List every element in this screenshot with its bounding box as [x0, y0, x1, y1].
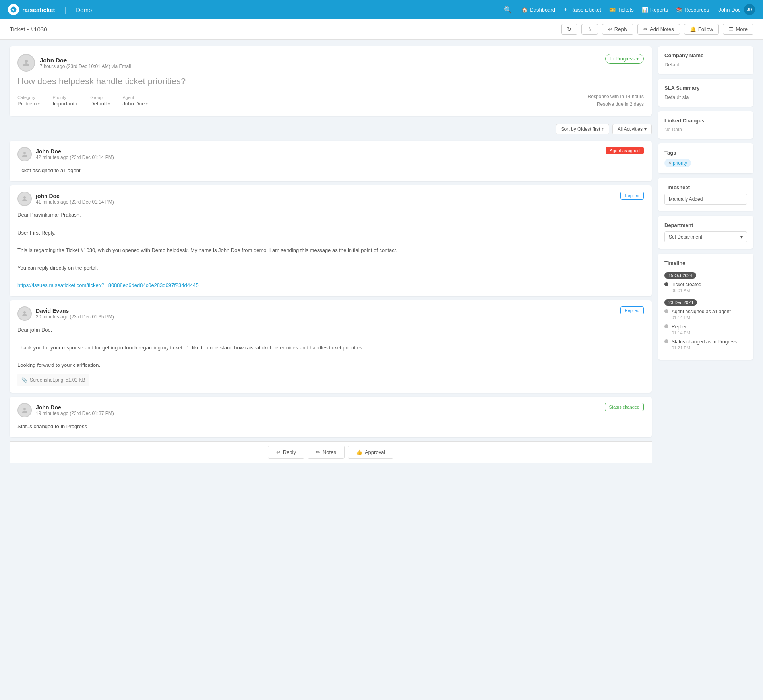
ticket-user-details: John Doe 7 hours ago (23rd Dec 10:01 AM)… [40, 57, 131, 69]
sla-value: Default sla [664, 94, 747, 100]
svg-point-3 [23, 152, 26, 154]
timesheet-card: Timesheet Manually Added [658, 178, 753, 211]
timeline-dot [664, 339, 668, 343]
tag-label: priority [673, 160, 687, 166]
reply-button[interactable]: ↩ Reply [602, 24, 633, 35]
activity-header: David Evans 20 minutes ago (23rd Dec 01:… [17, 306, 644, 321]
meta-category: Category Problem ▾ [17, 95, 40, 107]
priority-selector[interactable]: Important ▾ [52, 101, 77, 107]
attachment-size: 51.02 KB [66, 376, 85, 384]
ticket-area: John Doe 7 hours ago (23rd Dec 10:01 AM)… [10, 46, 652, 694]
search-icon[interactable]: 🔍 [504, 6, 512, 14]
timesheet-button[interactable]: Manually Added [664, 194, 747, 205]
category-selector[interactable]: Problem ▾ [17, 101, 40, 107]
activity-avatar [17, 192, 32, 206]
group-selector[interactable]: Default ▾ [90, 101, 110, 107]
menu-icon: ☰ [729, 26, 734, 32]
timeline-date-group: 15 Oct 2024 Ticket created 09:01 AM [664, 269, 747, 293]
activity-card: John Doe 19 minutes ago (23rd Dec 01:37 … [10, 397, 652, 437]
approval-action-button[interactable]: 👍 Approval [348, 446, 393, 459]
chevron-down-icon: ▾ [644, 126, 647, 132]
activity-card: John Doe 42 minutes ago (23rd Dec 01:14 … [10, 141, 652, 181]
sla-summary-card: SLA Summary Default sla [658, 79, 753, 107]
nav-dashboard[interactable]: 🏠Dashboard [521, 7, 555, 13]
activity-user-details: John Doe 42 minutes ago (23rd Dec 01:14 … [36, 148, 114, 160]
meta-sla: Response with in 14 hours Resolve due in… [588, 93, 644, 108]
agent-selector[interactable]: John Doe ▾ [123, 101, 148, 107]
user-menu[interactable]: John Doe JD [718, 4, 755, 15]
timeline-event: Replied 01:14 PM [672, 323, 690, 335]
add-notes-button[interactable]: ✏ Add Notes [637, 24, 680, 35]
more-button[interactable]: ☰ More [723, 24, 753, 35]
tag-remove-icon[interactable]: × [668, 160, 671, 166]
svg-text:R: R [12, 8, 14, 12]
attachment-icon: 📎 [21, 376, 27, 384]
activity-bar: Sort by Oldest first ↑ All Activities ▾ [10, 121, 652, 138]
activity-user-details: David Evans 20 minutes ago (23rd Dec 01:… [36, 308, 114, 320]
main-layout: John Doe 7 hours ago (23rd Dec 10:01 AM)… [0, 40, 763, 700]
logo-icon: R [8, 4, 19, 15]
replied-badge: Replied [620, 306, 644, 314]
reply-icon: ↩ [608, 26, 612, 32]
department-label: Department [664, 222, 747, 228]
reply-icon: ↩ [276, 449, 281, 455]
nav-reports[interactable]: 📊Reports [642, 7, 668, 13]
timeline-item: Status changed as In Progress 01:21 PM [664, 338, 747, 350]
activity-card: john Doe 41 minutes ago (23rd Dec 01:14 … [10, 185, 652, 296]
timeline-date-1: 15 Oct 2024 [664, 272, 696, 279]
follow-button[interactable]: 🔔 Follow [684, 24, 719, 35]
edit-icon: ✏ [316, 449, 320, 455]
bell-icon: 🔔 [690, 26, 696, 32]
activity-user-details: John Doe 19 minutes ago (23rd Dec 01:37 … [36, 404, 114, 416]
user-avatar: JD [744, 4, 755, 15]
brand-logo[interactable]: R raiseaticket [8, 4, 55, 15]
activity-body: Dear john Doe, Thank you for your respon… [17, 326, 644, 386]
status-changed-badge: Status changed [605, 403, 644, 411]
ticket-status-badge[interactable]: In Progress ▾ [605, 54, 644, 64]
ticket-meta-row: Category Problem ▾ Priority Important ▾ [17, 93, 644, 108]
nav-resources[interactable]: 📚Resources [676, 7, 709, 13]
timeline-item: Replied 01:14 PM [664, 323, 747, 335]
timeline-event: Agent assigned as a1 agent 01:14 PM [672, 308, 731, 320]
timeline-label: Timeline [664, 260, 747, 266]
notes-action-button[interactable]: ✏ Notes [308, 446, 345, 459]
star-icon: ☆ [587, 26, 592, 32]
activity-avatar [17, 306, 32, 321]
sort-button[interactable]: Sort by Oldest first ↑ [556, 124, 609, 134]
brand-name: raiseaticket [22, 6, 55, 13]
sidebar: Company Name Default SLA Summary Default… [658, 46, 753, 694]
page-content: Ticket - #1030 ↻ ☆ ↩ Reply ✏ Add Notes 🔔… [0, 19, 763, 700]
ticket-link[interactable]: https://issues.raiseaticket.com/ticket/?… [17, 282, 199, 288]
bottom-action-bar: ↩ Reply ✏ Notes 👍 Approval [10, 441, 652, 463]
nav-tickets[interactable]: 🎫Tickets [609, 7, 634, 13]
star-button[interactable]: ☆ [581, 24, 598, 35]
attachment-row: 📎 Screenshot.png 51.02 KB [17, 374, 89, 386]
refresh-icon: ↻ [567, 26, 571, 32]
activity-body: Dear Pravinkumar Prakash, User First Rep… [17, 211, 644, 290]
activity-user: David Evans 20 minutes ago (23rd Dec 01:… [17, 306, 114, 321]
meta-group: Group Default ▾ [90, 95, 110, 107]
activity-filter-button[interactable]: All Activities ▾ [612, 124, 652, 134]
activity-avatar [17, 403, 32, 417]
activity-header: john Doe 41 minutes ago (23rd Dec 01:14 … [17, 192, 644, 206]
timeline-date-2: 23 Dec 2024 [664, 299, 697, 306]
linked-changes-value: No Data [664, 127, 747, 132]
reply-action-button[interactable]: ↩ Reply [268, 446, 304, 459]
breadcrumb-actions: ↻ ☆ ↩ Reply ✏ Add Notes 🔔 Follow ☰ More [561, 24, 753, 35]
chevron-icon: ▾ [76, 101, 77, 106]
breadcrumb-bar: Ticket - #1030 ↻ ☆ ↩ Reply ✏ Add Notes 🔔… [0, 19, 763, 40]
timeline-dot [664, 324, 668, 328]
activity-header: John Doe 42 minutes ago (23rd Dec 01:14 … [17, 147, 644, 161]
timeline-dot [664, 282, 668, 286]
department-card: Department Set Department ▾ [658, 216, 753, 249]
department-button[interactable]: Set Department ▾ [664, 231, 747, 242]
ticket-user-row: John Doe 7 hours ago (23rd Dec 10:01 AM)… [17, 54, 644, 72]
chevron-icon: ▾ [38, 101, 40, 106]
timesheet-label: Timesheet [664, 184, 747, 190]
refresh-button[interactable]: ↻ [561, 24, 577, 35]
nav-raise-ticket[interactable]: ＋Raise a ticket [563, 6, 601, 13]
timeline-event: Ticket created 09:01 AM [672, 281, 701, 293]
company-name-label: Company Name [664, 52, 747, 58]
activity-header: John Doe 19 minutes ago (23rd Dec 01:37 … [17, 403, 644, 417]
instance-name: Demo [76, 6, 92, 13]
